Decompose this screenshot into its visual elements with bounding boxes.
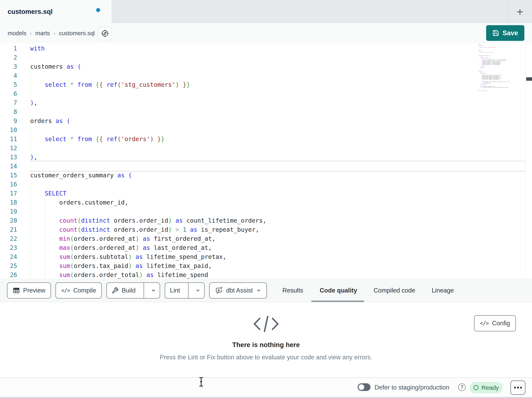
compile-button[interactable]: </> Compile xyxy=(56,282,102,299)
code-line[interactable]: 5 select * from {{ ref('stg_customers') … xyxy=(0,80,484,89)
breadcrumb-separator: › xyxy=(53,30,55,36)
line-number: 20 xyxy=(0,216,17,225)
line-number: 21 xyxy=(0,225,17,234)
more-options-button[interactable] xyxy=(511,380,525,395)
split-divider xyxy=(188,283,189,298)
save-button[interactable]: Save xyxy=(486,25,524,41)
new-tab-button[interactable]: + xyxy=(513,4,527,19)
line-number: 19 xyxy=(0,207,17,216)
chevron-down-icon xyxy=(256,288,261,293)
line-number: 23 xyxy=(0,243,17,252)
code-line[interactable]: 4 xyxy=(0,71,484,80)
build-button-label: Build xyxy=(122,287,136,294)
line-number: 3 xyxy=(0,62,17,71)
result-panel-tabs: Results Code quality Compiled code Linea… xyxy=(282,279,454,302)
code-line[interactable]: 18 orders.customer_id, xyxy=(0,198,484,207)
code-line[interactable]: 26 sum(orders.order_total) as lifetime_s… xyxy=(0,270,484,280)
minimap-divider xyxy=(525,43,526,279)
code-line[interactable]: 8 xyxy=(0,107,484,116)
chevron-down-icon xyxy=(151,288,156,293)
build-dropdown-button[interactable] xyxy=(147,283,160,298)
wrench-icon xyxy=(112,287,119,294)
build-button[interactable]: Build xyxy=(107,283,140,298)
file-tab-customers-sql[interactable]: customers.sql xyxy=(0,0,112,23)
line-number: 22 xyxy=(0,234,17,243)
line-number: 18 xyxy=(0,198,17,207)
code-line[interactable]: 7), xyxy=(0,98,484,107)
assist-chat-sparkle-icon xyxy=(215,287,223,294)
line-number: 25 xyxy=(0,261,17,270)
code-line[interactable]: 1with xyxy=(0,44,484,53)
config-button[interactable]: </> Config xyxy=(474,315,516,331)
tab-code-quality[interactable]: Code quality xyxy=(320,287,357,294)
line-number: 15 xyxy=(0,171,17,180)
defer-toggle[interactable] xyxy=(358,383,370,391)
code-line[interactable]: 6 xyxy=(0,89,484,98)
code-line[interactable]: 20 count(distinct orders.order_id) as co… xyxy=(0,216,484,225)
text-cursor-pointer xyxy=(198,377,204,387)
file-tab-title: customers.sql xyxy=(8,8,53,15)
breadcrumb-item-marts[interactable]: marts xyxy=(35,30,50,37)
line-number: 5 xyxy=(0,80,17,89)
lint-split-button: Lint xyxy=(165,282,205,299)
breadcrumb-item-models[interactable]: models xyxy=(8,30,26,37)
code-lines[interactable]: 1with23customers as (45 select * from {{… xyxy=(0,44,484,280)
line-number: 24 xyxy=(0,252,17,261)
code-line[interactable]: 15customer_orders_summary as ( xyxy=(0,171,484,180)
tab-compiled-code[interactable]: Compiled code xyxy=(374,287,415,294)
lineage-compass-button[interactable] xyxy=(98,26,112,40)
save-icon xyxy=(492,30,499,36)
line-number: 16 xyxy=(0,180,17,189)
line-number: 11 xyxy=(0,135,17,144)
breadcrumb-item-file[interactable]: customers.sql xyxy=(59,30,95,37)
tab-lineage[interactable]: Lineage xyxy=(432,287,454,294)
empty-state-title: There is nothing here xyxy=(0,341,532,349)
tab-bar-divider xyxy=(508,0,508,23)
code-line[interactable]: 16 xyxy=(0,180,484,189)
split-divider xyxy=(144,283,144,298)
dbt-ide-window: customers.sql + models › marts › custome… xyxy=(0,0,532,398)
line-number: 6 xyxy=(0,89,17,98)
line-number: 10 xyxy=(0,125,17,135)
code-line[interactable]: 11 select * from {{ ref('orders') }} xyxy=(0,135,484,144)
tab-results[interactable]: Results xyxy=(282,287,303,294)
editor-scrollbar-thumb[interactable] xyxy=(526,77,532,81)
code-brackets-icon: </> xyxy=(480,320,489,326)
code-line[interactable]: 22 min(orders.ordered_at) as first_order… xyxy=(0,234,484,243)
code-line[interactable]: 23 max(orders.ordered_at) as last_ordere… xyxy=(0,243,484,252)
code-line[interactable]: 2 xyxy=(0,53,484,62)
code-line[interactable]: 14 xyxy=(0,162,484,171)
compass-icon xyxy=(101,29,109,38)
breadcrumb-bar: models › marts › customers.sql xyxy=(0,23,532,43)
code-line[interactable]: 25 sum(orders.tax_paid) as lifetime_tax_… xyxy=(0,261,484,270)
preview-button[interactable]: Preview xyxy=(7,282,51,299)
ellipsis-icon xyxy=(520,387,522,389)
code-editor[interactable]: 1with23customers as (45 select * from {{… xyxy=(0,43,532,279)
code-line[interactable]: 17 SELECT xyxy=(0,189,484,198)
lint-button[interactable]: Lint xyxy=(165,283,185,298)
code-line[interactable]: 10 xyxy=(0,125,484,135)
code-line[interactable]: 24 sum(orders.subtotal) as lifetime_spen… xyxy=(0,252,484,261)
code-line[interactable]: 3customers as ( xyxy=(0,62,484,71)
code-line[interactable]: 9orders as ( xyxy=(0,116,484,125)
save-button-label: Save xyxy=(502,29,518,37)
empty-state-code-icon xyxy=(0,313,532,336)
code-quality-panel: There is nothing here Press the Lint or … xyxy=(0,302,532,378)
active-tab-underline xyxy=(311,300,364,302)
ellipsis-icon xyxy=(517,387,519,389)
code-line[interactable]: 21 count(distinct orders.order_id) > 1 a… xyxy=(0,225,484,234)
line-number: 26 xyxy=(0,270,17,280)
status-badge-ready[interactable]: Ready xyxy=(469,382,503,393)
window-bottom-edge xyxy=(0,397,532,398)
dbt-assist-button[interactable]: dbt Assist xyxy=(209,282,267,299)
ready-label: Ready xyxy=(481,384,499,391)
status-circle-icon xyxy=(474,385,479,390)
unsaved-changes-indicator xyxy=(96,8,100,12)
action-bar: Preview </> Compile Build xyxy=(0,279,532,302)
lint-dropdown-button[interactable] xyxy=(192,283,204,298)
help-icon[interactable]: ? xyxy=(458,384,466,391)
code-line[interactable]: 13), xyxy=(0,153,484,162)
code-line[interactable]: 12 xyxy=(0,144,484,153)
editor-minimap[interactable]: with customers as ( select * from {{ ref… xyxy=(478,43,525,279)
code-line[interactable]: 19 xyxy=(0,207,484,216)
